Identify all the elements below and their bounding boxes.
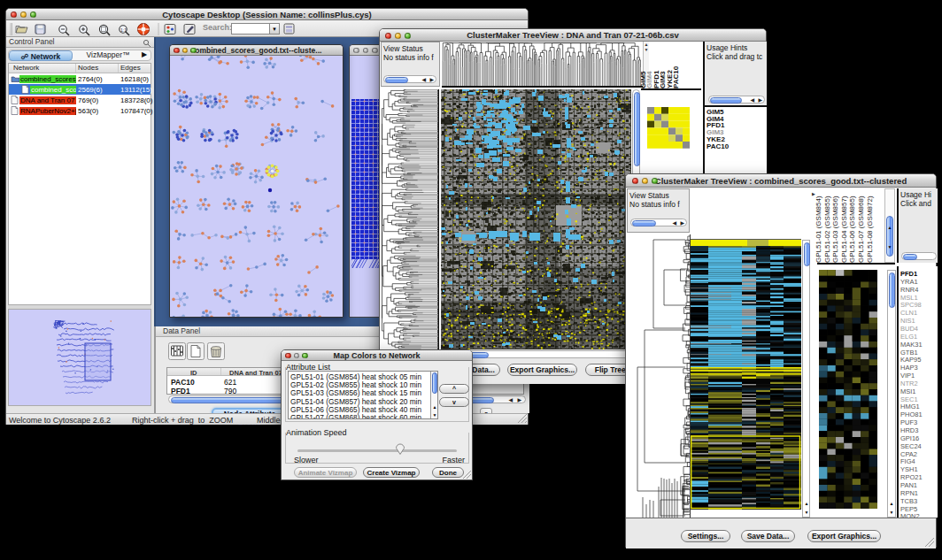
svg-text:1:1: 1:1 [120,27,127,33]
